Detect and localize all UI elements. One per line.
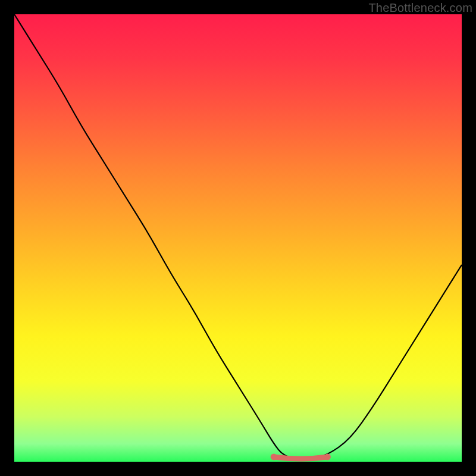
plot-area	[14, 14, 462, 462]
chart-container: TheBottleneck.com	[0, 0, 476, 476]
watermark-text: TheBottleneck.com	[368, 1, 472, 15]
optimal-region-start-dot	[271, 453, 277, 460]
optimal-region-end-dot	[324, 453, 331, 460]
bottleneck-curve	[14, 14, 462, 459]
curve-layer	[14, 14, 462, 462]
optimal-region-marker	[274, 457, 327, 459]
